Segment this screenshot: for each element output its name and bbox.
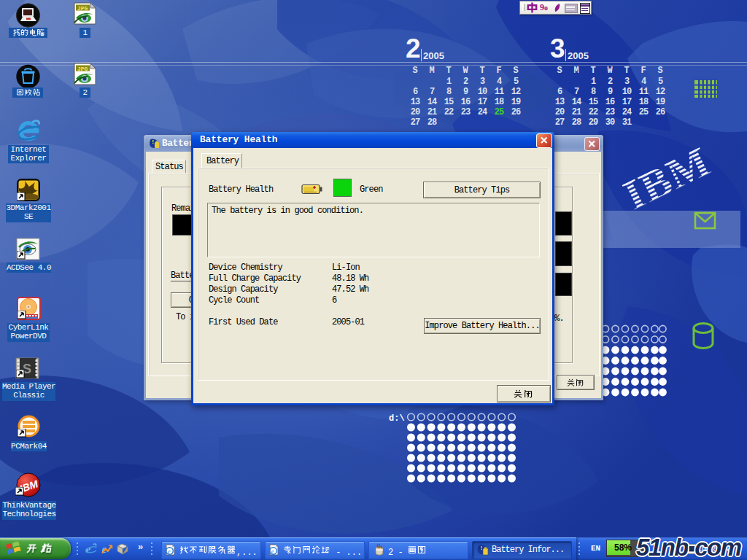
svg-text:JPG: JPG <box>77 5 88 12</box>
svg-text:e: e <box>168 548 171 555</box>
svg-text:e: e <box>271 548 274 555</box>
svg-text:d:\: d:\ <box>389 413 405 424</box>
svg-text:!: ! <box>479 545 483 551</box>
svg-text:!: ! <box>151 139 155 145</box>
svg-text:JPG: JPG <box>77 66 88 72</box>
